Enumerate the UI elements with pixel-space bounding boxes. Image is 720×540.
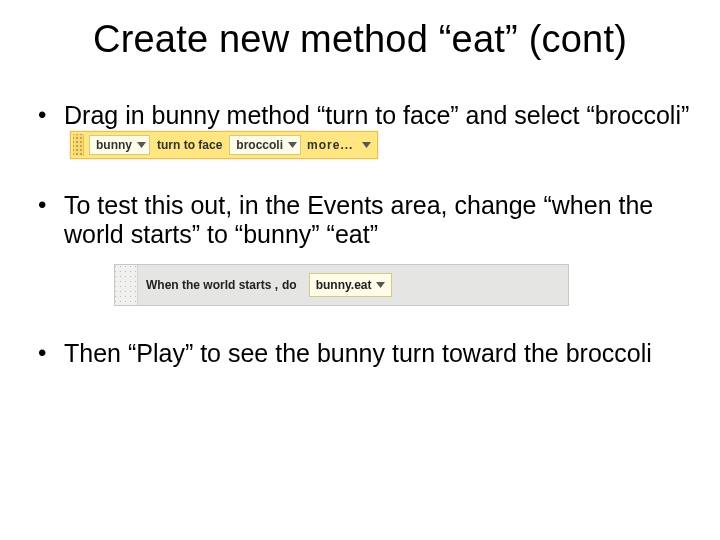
slide: Create new method “eat” (cont) Drag in b… <box>0 0 720 540</box>
code-tile-strip[interactable]: bunny turn to face broccoli more... <box>70 131 378 159</box>
event-when-label: When the world starts , <box>146 278 278 292</box>
drag-handle-icon[interactable] <box>73 134 84 156</box>
more-label[interactable]: more... <box>303 134 357 156</box>
bullet-3: Then “Play” to see the bunny turn toward… <box>38 339 692 369</box>
svg-marker-0 <box>137 142 146 148</box>
chevron-down-icon <box>137 142 146 148</box>
object-tile-label: bunny <box>96 139 132 151</box>
chevron-down-icon <box>288 142 297 148</box>
action-label: turn to face <box>153 135 226 155</box>
chevron-down-icon <box>362 142 371 148</box>
target-tile-label: broccoli <box>236 139 283 151</box>
bullet-2-text: To test this out, in the Events area, ch… <box>64 191 653 249</box>
bullet-2: To test this out, in the Events area, ch… <box>38 191 692 312</box>
bullet-1: Drag in bunny method “turn to face” and … <box>38 101 692 163</box>
chevron-down-icon <box>376 282 385 288</box>
drag-handle-icon[interactable] <box>115 265 138 305</box>
bullet-1-text: Drag in bunny method “turn to face” and … <box>64 101 689 129</box>
event-do-label: do <box>282 278 297 292</box>
svg-marker-1 <box>288 142 297 148</box>
object-tile[interactable]: bunny <box>89 135 150 155</box>
page-title: Create new method “eat” (cont) <box>28 18 692 61</box>
bullet-list: Drag in bunny method “turn to face” and … <box>38 101 692 369</box>
svg-marker-2 <box>362 142 371 148</box>
svg-marker-3 <box>376 282 385 288</box>
bullet-3-text: Then “Play” to see the bunny turn toward… <box>64 339 652 367</box>
target-tile[interactable]: broccoli <box>229 135 301 155</box>
event-call-tile[interactable]: bunny.eat <box>309 273 393 297</box>
event-call-label: bunny.eat <box>316 278 372 292</box>
event-tile-strip[interactable]: When the world starts , do bunny.eat <box>114 264 569 306</box>
